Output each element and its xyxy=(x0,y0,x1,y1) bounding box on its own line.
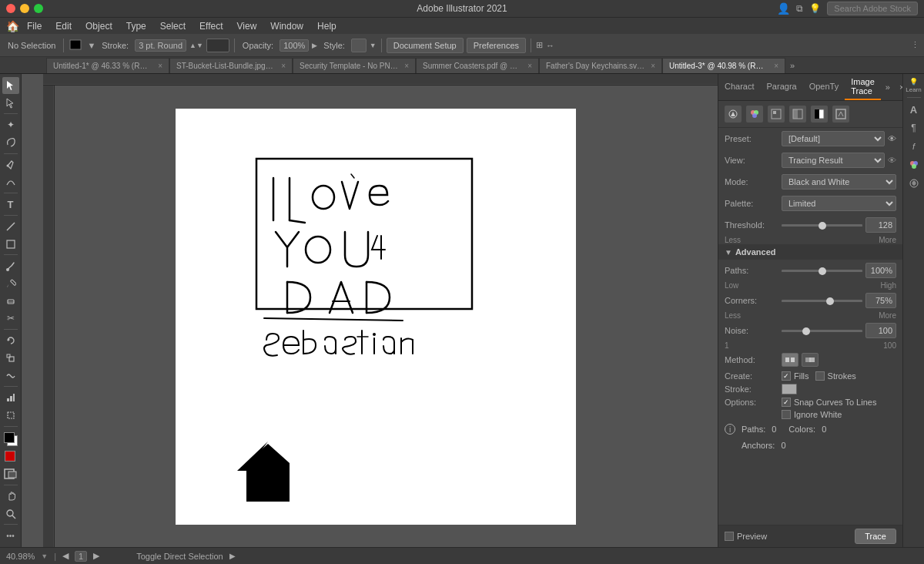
more-tools-button[interactable]: ••• xyxy=(2,527,19,544)
recolor-artwork-strip-button[interactable] xyxy=(906,175,922,192)
pencil-tool[interactable] xyxy=(2,275,19,292)
tab-keychains[interactable]: Father's Day Keychains.svg @... × xyxy=(539,58,662,73)
preferences-button[interactable]: Preferences xyxy=(467,38,526,53)
corners-slider[interactable] xyxy=(782,300,862,302)
mode-select[interactable]: Black and White xyxy=(782,174,896,190)
scale-tool[interactable] xyxy=(2,350,19,367)
info-icon[interactable]: i xyxy=(725,424,735,435)
menu-help[interactable]: Help xyxy=(311,19,343,33)
tab-untitled3[interactable]: Untitled-3* @ 40.98 % (RGB/Preview) × xyxy=(662,58,785,73)
direct-selection-tool[interactable] xyxy=(2,95,19,112)
palette-select[interactable]: Limited xyxy=(782,196,896,211)
preview-checkbox[interactable] xyxy=(725,532,734,541)
trace-low-color-icon[interactable] xyxy=(768,106,785,123)
threshold-value[interactable]: 128 xyxy=(865,217,896,233)
preset-select[interactable]: [Default] xyxy=(782,131,885,146)
maximize-button[interactable] xyxy=(34,4,43,13)
minimize-button[interactable] xyxy=(20,4,29,13)
page-number[interactable]: 1 xyxy=(75,551,87,562)
paths-slider[interactable] xyxy=(782,270,862,272)
trace-bw-icon[interactable] xyxy=(811,106,828,123)
artboard-tool[interactable] xyxy=(2,407,19,424)
document-setup-button[interactable]: Document Setup xyxy=(387,38,464,53)
noise-value[interactable]: 100 xyxy=(865,323,896,338)
arrange-icon[interactable]: ⊞ xyxy=(536,40,543,50)
prev-page-button[interactable]: ◀ xyxy=(62,551,69,561)
menu-edit[interactable]: Edit xyxy=(49,19,78,33)
tab-untitled1[interactable]: Untitled-1* @ 46.33 % (RGB/P... × xyxy=(46,58,169,73)
method-overlapping-button[interactable] xyxy=(802,353,819,367)
view-select[interactable]: Tracing Result xyxy=(782,153,885,168)
tab-opentype[interactable]: OpenTy xyxy=(803,79,845,96)
user-icon[interactable]: 👤 xyxy=(777,2,790,15)
advanced-section-header[interactable]: ▼ Advanced xyxy=(718,244,902,260)
lightbulb-icon[interactable]: 💡 xyxy=(809,3,821,14)
transform-icon[interactable]: ↔ xyxy=(546,41,554,50)
paintbrush-tool[interactable] xyxy=(2,257,19,274)
swap-colors[interactable] xyxy=(2,448,19,465)
curvature-tool[interactable] xyxy=(2,174,19,191)
menu-object[interactable]: Object xyxy=(79,19,119,33)
tab-close-icon[interactable]: × xyxy=(527,62,532,70)
status-arrow-icon[interactable]: ▶ xyxy=(229,552,236,560)
noise-thumb[interactable] xyxy=(802,327,810,335)
graph-tool[interactable] xyxy=(2,389,19,406)
fill-color-box[interactable] xyxy=(69,39,84,52)
tab-close-icon[interactable]: × xyxy=(158,62,162,70)
opentype-strip-button[interactable]: f xyxy=(906,138,922,155)
search-adobe-stock-input[interactable]: Search Adobe Stock xyxy=(827,2,918,15)
menu-select[interactable]: Select xyxy=(154,19,192,33)
stroke-color-preview[interactable] xyxy=(782,384,797,394)
tab-close-icon[interactable]: × xyxy=(774,62,778,70)
warp-tool[interactable] xyxy=(2,368,19,384)
close-button[interactable] xyxy=(6,4,15,13)
next-page-button[interactable]: ▶ xyxy=(93,551,99,561)
menu-file[interactable]: File xyxy=(21,19,48,33)
color-guide-strip-button[interactable] xyxy=(906,156,922,173)
strokes-checkbox[interactable] xyxy=(815,371,825,381)
trace-auto-color-icon[interactable] xyxy=(725,106,742,123)
method-abutting-button[interactable] xyxy=(782,353,798,367)
corners-value[interactable]: 75% xyxy=(865,293,896,308)
paths-thumb[interactable] xyxy=(819,267,826,275)
trace-outline-icon[interactable] xyxy=(832,106,849,123)
zoom-arrow[interactable]: ▼ xyxy=(41,552,48,560)
trace-high-color-icon[interactable] xyxy=(746,106,763,123)
fills-checkbox[interactable]: ✓ xyxy=(782,371,791,381)
tab-image-trace[interactable]: Image Trace xyxy=(845,74,881,100)
paths-value[interactable]: 100% xyxy=(865,263,896,278)
swap-strokes-icon[interactable] xyxy=(2,465,19,482)
style-arrow[interactable]: ▼ xyxy=(370,42,377,49)
tab-paragraph[interactable]: Paragra xyxy=(761,79,803,96)
type-tool[interactable]: T xyxy=(2,196,19,213)
selection-tool[interactable] xyxy=(2,77,19,94)
hand-tool[interactable] xyxy=(2,488,19,505)
noise-slider[interactable] xyxy=(782,330,862,332)
lasso-tool[interactable] xyxy=(2,134,19,151)
tabs-overflow-button[interactable]: » xyxy=(785,58,799,73)
style-color-box[interactable] xyxy=(351,39,367,52)
tab-coasters[interactable]: Summer Coasters.pdf @ 55.8... × xyxy=(416,58,539,73)
threshold-slider[interactable] xyxy=(782,224,862,227)
menu-effect[interactable]: Effect xyxy=(193,19,229,33)
learn-panel-button[interactable]: 💡 Learn xyxy=(906,77,922,94)
rotate-tool[interactable] xyxy=(2,332,19,349)
scissors-tool[interactable]: ✂ xyxy=(2,311,19,327)
view-eye-icon[interactable]: 👁 xyxy=(888,156,896,165)
tab-close-icon[interactable]: × xyxy=(651,62,655,70)
menu-view[interactable]: View xyxy=(231,19,263,33)
trace-grayscale-icon[interactable] xyxy=(789,106,806,123)
tab-close-icon[interactable]: × xyxy=(281,62,286,70)
tab-bucket-list[interactable]: ST-Bucket-List-Bundle.jpg @... × xyxy=(169,58,293,73)
home-icon[interactable]: 🏠 xyxy=(6,20,19,32)
zoom-tool[interactable] xyxy=(2,505,19,522)
pen-tool[interactable] xyxy=(2,156,19,173)
fill-color-arrow[interactable]: ▼ xyxy=(87,41,95,50)
menu-window[interactable]: Window xyxy=(264,19,310,33)
opacity-arrow[interactable]: ▶ xyxy=(312,42,317,49)
arrange-windows-icon[interactable]: ⧉ xyxy=(796,3,803,14)
eraser-tool[interactable] xyxy=(2,293,19,310)
ignore-white-checkbox[interactable] xyxy=(782,410,791,419)
paragraph-strip-button[interactable]: ¶ xyxy=(906,119,922,136)
tab-character[interactable]: Charact xyxy=(718,79,761,96)
